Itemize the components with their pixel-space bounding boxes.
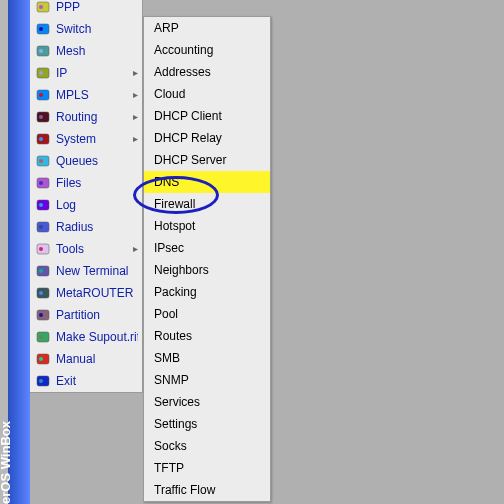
files-icon — [36, 176, 50, 190]
menu-item-label: Routing — [56, 106, 133, 128]
menu-item-ip[interactable]: IP▸ — [30, 62, 142, 84]
menu-item-mesh[interactable]: Mesh — [30, 40, 142, 62]
svg-point-17 — [39, 181, 43, 185]
menu-item-label: MPLS — [56, 84, 133, 106]
queues-icon — [36, 154, 50, 168]
ppp-icon — [36, 0, 50, 14]
svg-point-9 — [39, 93, 43, 97]
submenu-item-firewall[interactable]: Firewall — [144, 193, 270, 215]
supout-icon — [36, 330, 50, 344]
terminal-icon — [36, 264, 50, 278]
switch-icon — [36, 22, 50, 36]
menu-item-make-supout-rif[interactable]: Make Supout.rif — [30, 326, 142, 348]
menu-item-log[interactable]: Log — [30, 194, 142, 216]
submenu-arrow-icon: ▸ — [133, 238, 138, 260]
svg-point-13 — [39, 137, 43, 141]
menu-item-tools[interactable]: Tools▸ — [30, 238, 142, 260]
menu-item-routing[interactable]: Routing▸ — [30, 106, 142, 128]
radius-icon — [36, 220, 50, 234]
submenu-arrow-icon: ▸ — [133, 106, 138, 128]
exit-icon — [36, 374, 50, 388]
svg-point-35 — [39, 379, 43, 383]
submenu-arrow-icon: ▸ — [133, 84, 138, 106]
routing-icon — [36, 110, 50, 124]
submenu-item-dhcp-client[interactable]: DHCP Client — [144, 105, 270, 127]
svg-point-23 — [39, 247, 43, 251]
submenu-item-packing[interactable]: Packing — [144, 281, 270, 303]
app-title: erOS WinBox — [0, 421, 13, 504]
submenu-item-arp[interactable]: ARP — [144, 17, 270, 39]
log-icon — [36, 198, 50, 212]
menu-item-label: System — [56, 128, 133, 150]
svg-point-27 — [39, 291, 43, 295]
submenu-item-socks[interactable]: Socks — [144, 435, 270, 457]
submenu-item-dhcp-relay[interactable]: DHCP Relay — [144, 127, 270, 149]
menu-item-label: Exit — [56, 370, 138, 392]
menu-item-system[interactable]: System▸ — [30, 128, 142, 150]
menu-item-label: Log — [56, 194, 138, 216]
manual-icon — [36, 352, 50, 366]
mesh-icon — [36, 44, 50, 58]
submenu-item-addresses[interactable]: Addresses — [144, 61, 270, 83]
menu-item-label: Partition — [56, 304, 138, 326]
svg-point-21 — [39, 225, 43, 229]
submenu-item-hotspot[interactable]: Hotspot — [144, 215, 270, 237]
submenu-item-dhcp-server[interactable]: DHCP Server — [144, 149, 270, 171]
menu-item-label: PPP — [56, 0, 138, 18]
menu-item-label: Switch — [56, 18, 138, 40]
menu-item-label: Manual — [56, 348, 138, 370]
partition-icon — [36, 308, 50, 322]
svg-point-15 — [39, 159, 43, 163]
menu-item-mpls[interactable]: MPLS▸ — [30, 84, 142, 106]
menu-item-files[interactable]: Files — [30, 172, 142, 194]
menu-item-radius[interactable]: Radius — [30, 216, 142, 238]
svg-point-19 — [39, 203, 43, 207]
submenu-item-neighbors[interactable]: Neighbors — [144, 259, 270, 281]
menu-item-new-terminal[interactable]: New Terminal — [30, 260, 142, 282]
menu-item-switch[interactable]: Switch — [30, 18, 142, 40]
svg-point-3 — [39, 27, 43, 31]
submenu-item-smb[interactable]: SMB — [144, 347, 270, 369]
menu-item-exit[interactable]: Exit — [30, 370, 142, 392]
submenu-item-accounting[interactable]: Accounting — [144, 39, 270, 61]
svg-point-31 — [39, 335, 43, 339]
menu-item-label: Mesh — [56, 40, 138, 62]
ip-icon — [36, 66, 50, 80]
submenu-item-traffic-flow[interactable]: Traffic Flow — [144, 479, 270, 501]
menu-item-ppp[interactable]: PPP — [30, 0, 142, 18]
menu-item-label: Radius — [56, 216, 138, 238]
svg-point-33 — [39, 357, 43, 361]
menu-item-label: Queues — [56, 150, 138, 172]
submenu-item-pool[interactable]: Pool — [144, 303, 270, 325]
menu-item-manual[interactable]: Manual — [30, 348, 142, 370]
svg-point-25 — [39, 269, 43, 273]
submenu-item-services[interactable]: Services — [144, 391, 270, 413]
menu-item-label: IP — [56, 62, 133, 84]
svg-point-5 — [39, 49, 43, 53]
mpls-icon — [36, 88, 50, 102]
submenu-item-routes[interactable]: Routes — [144, 325, 270, 347]
submenu-item-ipsec[interactable]: IPsec — [144, 237, 270, 259]
tools-icon — [36, 242, 50, 256]
svg-point-1 — [39, 5, 43, 9]
submenu-item-cloud[interactable]: Cloud — [144, 83, 270, 105]
svg-point-7 — [39, 71, 43, 75]
submenu-item-dns[interactable]: DNS — [144, 171, 270, 193]
menu-item-label: New Terminal — [56, 260, 138, 282]
submenu-arrow-icon: ▸ — [133, 128, 138, 150]
submenu-item-settings[interactable]: Settings — [144, 413, 270, 435]
menu-item-label: Make Supout.rif — [56, 326, 138, 348]
menu-item-label: Tools — [56, 238, 133, 260]
submenu-item-snmp[interactable]: SNMP — [144, 369, 270, 391]
menu-item-label: Files — [56, 172, 138, 194]
menu-item-metarouter[interactable]: MetaROUTER — [30, 282, 142, 304]
submenu-arrow-icon: ▸ — [133, 62, 138, 84]
ip-submenu: ARPAccountingAddressesCloudDHCP ClientDH… — [143, 16, 271, 502]
menu-item-partition[interactable]: Partition — [30, 304, 142, 326]
submenu-item-tftp[interactable]: TFTP — [144, 457, 270, 479]
svg-point-29 — [39, 313, 43, 317]
menu-item-queues[interactable]: Queues — [30, 150, 142, 172]
main-menu: PPPSwitchMeshIP▸MPLS▸Routing▸System▸Queu… — [30, 0, 143, 393]
metarouter-icon — [36, 286, 50, 300]
system-icon — [36, 132, 50, 146]
